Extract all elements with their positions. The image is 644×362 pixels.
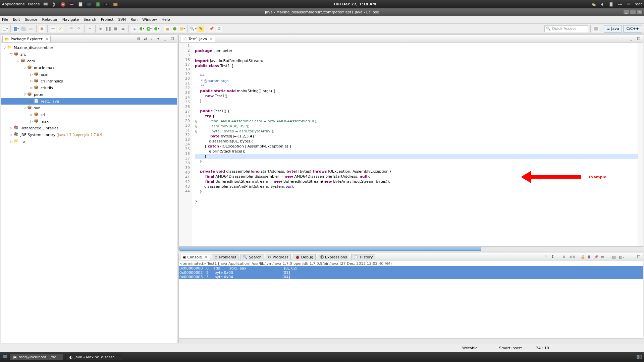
perspective-cpp[interactable]: C/C++ [623,25,642,33]
pin-console-icon[interactable]: 📌 [594,255,599,259]
debug-button[interactable] [139,26,145,32]
menu-svn[interactable]: SVN [118,17,126,22]
menu-refactor[interactable]: Refactor [42,17,58,22]
minimize-icon[interactable]: _ [630,37,635,41]
new-button[interactable] [2,26,8,32]
save-all-button[interactable] [20,26,26,32]
annotations-button[interactable]: ✎ [198,26,204,32]
console-output[interactable]: <terminated> Test1 [Java Application] /u… [179,261,643,338]
gnome-applications-menu[interactable]: Applications [2,2,24,6]
console-up-icon[interactable]: ↥ [544,255,549,259]
maximize-icon[interactable]: ☐ [637,255,642,259]
link-editor-icon[interactable]: ⇄ [144,37,149,41]
disconnect-icon[interactable]: ⏏ [120,26,126,32]
maximize-icon[interactable]: ☐ [637,37,642,41]
tree-referenced-libs[interactable]: ▷📚Referenced Libraries [1,125,177,131]
print-button[interactable] [28,26,34,32]
menu-project[interactable]: Project [101,17,114,22]
tree-max[interactable]: ▷📦max [1,118,177,125]
tree-sun[interactable]: ▽📦sun [1,105,177,111]
minimize-icon[interactable]: _ [630,255,635,259]
console-row[interactable]: 0x00000000 0 add [rdx], eax [01 02] [179,266,643,270]
code-area[interactable]: package com.peter;package com.peter; imp… [192,43,638,246]
editor-horizontal-scrollbar[interactable] [179,246,643,251]
network-icon[interactable] [617,2,623,7]
monitor-icon[interactable] [87,2,92,7]
console-horizontal-scrollbar[interactable] [179,338,643,343]
eclipse-icon[interactable] [69,2,74,7]
tree-asm[interactable]: ▷📦asm [1,71,177,78]
search-tab[interactable]: 🔍Search [240,254,264,260]
progress-tab[interactable]: ⟳Progress [266,254,291,260]
gnome-clock[interactable]: Thu Dec 27, 1:18 AM [118,2,591,6]
close-icon[interactable]: ✕ [45,37,48,41]
editor-icon[interactable] [78,2,83,7]
redo-icon[interactable]: ↷ [76,26,82,32]
close-icon[interactable]: ✕ [210,37,213,41]
build-button[interactable] [39,26,45,32]
remove-all-launches-icon[interactable]: ✖✖ [569,255,574,259]
tree-criutils[interactable]: ▷📦criutils [1,84,177,91]
tree-test1-java[interactable]: ▷📄Test1.java [1,98,177,105]
tree-oraclemax[interactable]: ▽📦oracle.max [1,64,177,71]
window-close-button[interactable]: ✕ [637,10,643,14]
tree-src[interactable]: ▽📦src [1,51,177,58]
calc-icon[interactable] [95,2,101,7]
view-menu-icon[interactable]: ▾ [157,37,162,41]
quick-access-input[interactable]: 🔍 Quick Access [544,25,588,32]
remove-launch-icon[interactable]: ✖ [562,255,567,259]
console-tab[interactable]: ▣Console✕ [180,254,210,260]
clipboard-icon[interactable] [608,2,614,7]
tree-peter[interactable]: ▽📦peter [1,91,177,98]
display-selected-icon[interactable]: ▭ [601,255,605,259]
window-maximize-button[interactable]: ☐ [630,10,636,14]
editor-tab-test1[interactable]: 📄 Test1.java ✕ [180,36,215,42]
tree-cri-intrinsics[interactable]: ▷📦cri.intrinsics [1,78,177,84]
open-type-button[interactable] [179,26,185,32]
clear-console-icon[interactable]: 🗑 [587,255,592,259]
files-icon[interactable] [113,2,118,7]
toggle-breadcrumb-button[interactable] [50,26,56,32]
console-row[interactable]: 0x00000002 2 .byte 0x03 [03] [179,270,643,275]
suspend-icon[interactable]: ❚❚ [105,26,111,32]
step-icon[interactable]: ↘ [131,26,137,32]
taskbar-eclipse[interactable]: ◐Java - Maxine_disasse... [65,354,122,361]
task-button[interactable]: ☑ [216,26,222,32]
display-icon[interactable] [626,2,631,7]
perspective-java[interactable]: ☕ Java [604,25,622,33]
run-button[interactable] [146,26,152,32]
menu-run[interactable]: Run [130,17,138,22]
package-explorer-tab[interactable]: 📂 Package Explorer ✕ [2,36,51,42]
gnome-user-menu[interactable]: root [635,2,642,6]
weather-icon[interactable] [591,2,596,7]
window-minimize-button[interactable]: _ [623,10,629,14]
focus-icon[interactable]: ▿ [151,37,155,41]
save-button[interactable] [13,26,19,32]
menu-file[interactable]: File [2,17,8,22]
open-perspective-button[interactable] [593,26,599,32]
overview-ruler[interactable] [638,43,643,246]
menu-source[interactable]: Source [25,17,38,22]
tree-jre[interactable]: ▷📚JRE System Library [java-1.7.0-openjdk… [1,131,177,138]
chrome-icon[interactable] [60,2,66,7]
search-button[interactable]: 🔍 [190,26,196,32]
scrollbar-thumb[interactable] [179,247,481,251]
cut-icon[interactable]: ✂ [87,26,93,32]
console-down-icon[interactable]: ↧ [551,255,556,259]
history-tab[interactable]: 🕘History [351,254,375,260]
tools-icon[interactable] [52,2,57,7]
scroll-lock-icon[interactable]: 🔒 [581,255,585,259]
open-console-icon[interactable]: ▤ [612,255,617,259]
toggle-mark-button[interactable] [57,26,63,32]
tree-project[interactable]: ▽📁Maxine_disassembler [1,44,177,51]
menu-search[interactable]: Search [84,17,96,22]
new-class-button[interactable] [172,26,178,32]
minimize-icon[interactable]: _ [164,37,169,41]
show-desktop-icon[interactable] [2,354,7,360]
expressions-tab[interactable]: ⓧExpressions [318,254,349,260]
collapse-all-icon[interactable]: ⊟ [137,37,142,41]
menu-navigate[interactable]: Navigate [62,17,79,22]
computer-icon[interactable] [43,2,48,7]
taskbar-terminal[interactable]: ▣root@localhost:~/do... [9,354,63,361]
console-row[interactable]: 0x00000003 3 .byte 0x04 [04] [179,275,643,279]
